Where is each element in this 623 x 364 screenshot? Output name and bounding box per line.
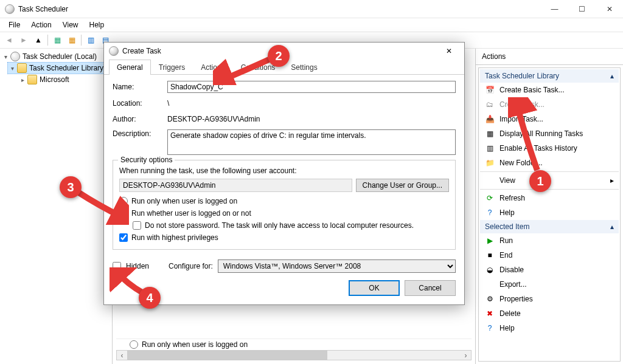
action-export[interactable]: Export... <box>480 277 619 292</box>
callout-1: 1 <box>529 170 551 192</box>
action-help-2[interactable]: ?Help <box>480 321 619 335</box>
refresh-icon: ⟳ <box>485 193 495 203</box>
scroll-right[interactable]: › <box>461 351 471 360</box>
actions-pane: Actions Task Scheduler Library ▴ 📅Create… <box>476 49 623 364</box>
tree-root[interactable]: ▾ Task Scheduler (Local) <box>1 51 111 62</box>
action-create-basic-task[interactable]: 📅Create Basic Task... <box>480 83 619 97</box>
chevron-right-icon: ▸ <box>610 176 614 185</box>
change-user-button[interactable]: Change User or Group... <box>356 179 449 192</box>
no-store-password-checkbox[interactable] <box>133 221 141 230</box>
horizontal-scrollbar[interactable]: ‹ › <box>116 350 472 360</box>
tab-general[interactable]: General <box>109 60 151 75</box>
highest-privileges-checkbox[interactable] <box>119 233 128 242</box>
action-end[interactable]: ■End <box>480 248 619 263</box>
label-author: Author: <box>113 115 162 123</box>
bg-radio[interactable] <box>130 340 138 349</box>
toolbar-icon-3[interactable]: ▥ <box>84 33 97 47</box>
help-icon: ? <box>485 323 495 333</box>
task-name-input[interactable] <box>167 81 456 93</box>
action-help[interactable]: ?Help <box>480 205 619 220</box>
menu-help[interactable]: Help <box>85 19 110 30</box>
collapse-icon[interactable]: ▴ <box>610 222 614 231</box>
tree-library[interactable]: ▾ Task Scheduler Library <box>7 62 111 74</box>
arrow-3 <box>74 188 129 225</box>
highest-privileges-label: Run with highest privileges <box>131 233 218 242</box>
arrow-2 <box>213 55 274 85</box>
callout-2: 2 <box>268 45 290 67</box>
run-logged-on-label: Run only when user is logged on <box>131 197 237 205</box>
actions-section-selected[interactable]: Selected Item ▴ <box>480 220 619 233</box>
maximize-button[interactable]: ☐ <box>568 0 596 18</box>
when-running-label: When running the task, use the following… <box>119 167 449 175</box>
callout-3: 3 <box>60 176 82 198</box>
menu-bar: File Action View Help <box>0 18 623 32</box>
stop-icon: ■ <box>485 250 495 260</box>
toolbar-icon-1[interactable]: ▦ <box>50 33 64 47</box>
properties-icon: ⚙ <box>485 294 495 304</box>
ok-button[interactable]: OK <box>349 280 400 296</box>
task-icon: 🗂 <box>485 100 495 109</box>
play-icon: ▶ <box>485 236 495 246</box>
label-name: Name: <box>113 83 162 91</box>
toolbar-icon-2[interactable]: ▦ <box>65 33 78 47</box>
tree-root-label: Task Scheduler (Local) <box>23 52 97 61</box>
security-options-group: Security options When running the task, … <box>113 160 456 250</box>
window-titlebar: Task Scheduler — ☐ ✕ <box>0 0 623 18</box>
import-icon: 📥 <box>485 114 495 124</box>
minimize-button[interactable]: — <box>541 0 568 18</box>
folder-icon <box>17 63 27 73</box>
dialog-close-button[interactable]: ✕ <box>439 44 459 58</box>
menu-action[interactable]: Action <box>26 19 56 30</box>
user-account-display: DESKTOP-AG936UV\Admin <box>119 179 352 192</box>
folder-icon: 📁 <box>485 158 495 168</box>
action-delete[interactable]: ✖Delete <box>480 306 619 321</box>
list-icon: ▦ <box>485 129 495 139</box>
run-whether-label: Run whether user is logged on or not <box>131 209 251 218</box>
collapse-icon[interactable]: ▴ <box>610 72 614 80</box>
forward-button: ► <box>17 33 30 47</box>
task-author: DESKTOP-AG936UV\Admin <box>167 114 456 125</box>
configure-for-label: Configure for: <box>169 262 213 270</box>
actions-section-library[interactable]: Task Scheduler Library ▴ <box>480 69 619 83</box>
arrow-1 <box>508 97 551 176</box>
back-button: ◄ <box>2 33 16 47</box>
up-button[interactable]: ▲ <box>32 33 45 47</box>
action-refresh[interactable]: ⟳Refresh <box>480 191 619 205</box>
folder-icon <box>27 75 37 84</box>
security-legend: Security options <box>118 156 175 164</box>
tab-triggers[interactable]: Triggers <box>151 60 193 75</box>
menu-file[interactable]: File <box>4 19 25 30</box>
task-location: \ <box>167 98 456 109</box>
menu-view[interactable]: View <box>58 19 83 30</box>
bg-radio-row: Run only when user is logged on <box>116 340 472 349</box>
scheduler-icon <box>10 52 20 61</box>
dialog-icon <box>109 46 119 56</box>
collapse-icon[interactable]: ▾ <box>9 65 16 72</box>
app-icon <box>5 4 15 14</box>
history-icon: ▥ <box>485 143 495 153</box>
action-run[interactable]: ▶Run <box>480 233 619 248</box>
disable-icon: ◒ <box>485 265 495 275</box>
cancel-button[interactable]: Cancel <box>405 280 456 296</box>
tree-ms-label: Microsoft <box>40 75 69 84</box>
configure-for-select[interactable]: Windows Vista™, Windows Server™ 2008 <box>218 259 456 273</box>
action-disable[interactable]: ◒Disable <box>480 263 619 277</box>
help-icon: ? <box>485 208 495 218</box>
task-icon: 📅 <box>485 85 495 95</box>
no-store-password-label: Do not store password. The task will onl… <box>145 221 414 230</box>
action-properties[interactable]: ⚙Properties <box>480 292 619 306</box>
tree-microsoft[interactable]: ▸ Microsoft <box>18 74 111 85</box>
collapse-icon[interactable]: ▾ <box>2 53 9 60</box>
expand-icon[interactable]: ▸ <box>19 77 26 83</box>
tab-settings[interactable]: Settings <box>283 60 325 75</box>
label-description: Description: <box>113 129 162 138</box>
tree-library-label: Task Scheduler Library <box>29 64 103 72</box>
close-button[interactable]: ✕ <box>596 0 623 18</box>
label-location: Location: <box>113 99 162 108</box>
callout-4: 4 <box>139 287 161 309</box>
create-task-dialog: Create Task ✕ General Triggers Actions C… <box>103 42 465 305</box>
actions-header: Actions <box>476 49 623 65</box>
bg-radio-label: Run only when user is logged on <box>142 340 248 349</box>
task-description-input[interactable]: Generate shadow copies of drive C: in re… <box>167 129 456 155</box>
scroll-left[interactable]: ‹ <box>117 351 127 360</box>
